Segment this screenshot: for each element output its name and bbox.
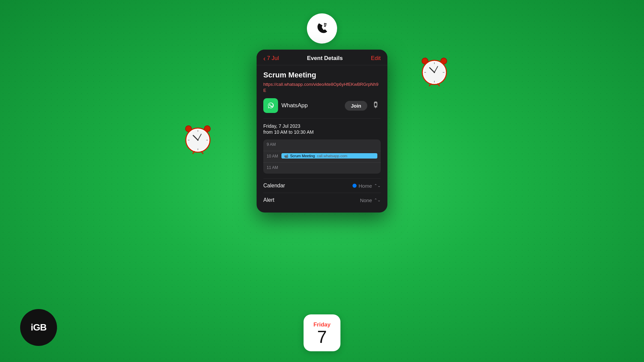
alert-row[interactable]: Alert None ⌃⌄ xyxy=(263,193,381,207)
phone-card: ‹ 7 Jul Event Details Edit Scrum Meeting… xyxy=(257,50,387,213)
calendar-label: Calendar xyxy=(263,183,285,189)
event-url[interactable]: https://call.whatsapp.com/video/kte8Op6y… xyxy=(263,81,381,94)
alarm-clock-top-right xyxy=(418,53,451,86)
event-block-title: Scrum Meeting xyxy=(290,154,315,158)
timeline-row-10am: 10 AM 📹 Scrum Meeting call.whatsapp.com xyxy=(263,151,381,162)
event-title: Scrum Meeting xyxy=(263,71,381,79)
alert-label: Alert xyxy=(263,197,274,203)
timeline-row-11am: 11 AM xyxy=(263,162,381,174)
calendar-row[interactable]: Calendar Home ⌃⌄ xyxy=(263,178,381,193)
time-label-11am: 11 AM xyxy=(267,165,281,170)
event-time: from 10 AM to 10:30 AM xyxy=(263,129,381,135)
calendar-color-dot xyxy=(353,184,357,188)
card-header: ‹ 7 Jul Event Details Edit xyxy=(257,50,387,65)
phone-call-icon xyxy=(314,21,330,36)
header-title: Event Details xyxy=(307,55,343,62)
timeline-section: 9 AM 10 AM 📹 Scrum Meeting call.whatsapp… xyxy=(263,139,381,174)
video-icon: 📹 xyxy=(284,154,288,158)
edit-button[interactable]: Edit xyxy=(371,55,381,62)
scrum-meeting-event-block[interactable]: 📹 Scrum Meeting call.whatsapp.com xyxy=(281,153,377,159)
back-button[interactable]: ‹ 7 Jul xyxy=(263,55,279,62)
calendar-home-label: Home xyxy=(359,183,372,189)
svg-line-12 xyxy=(438,84,439,86)
alarm-clock-mid-left xyxy=(181,121,215,154)
join-button[interactable]: Join xyxy=(345,101,367,111)
calendar-value: Home ⌃⌄ xyxy=(353,183,381,189)
svg-line-24 xyxy=(193,152,195,154)
share-button[interactable] xyxy=(371,101,381,110)
calendar-widget: Friday 7 xyxy=(304,314,340,351)
calendar-chevron-icon: ⌃⌄ xyxy=(374,183,381,188)
event-datetime: Friday, 7 Jul 2023 from 10 AM to 10:30 A… xyxy=(263,118,381,135)
back-date-label: 7 Jul xyxy=(267,55,279,62)
svg-point-26 xyxy=(266,101,275,110)
alert-value: None ⌃⌄ xyxy=(360,197,381,203)
alert-chevron-icon: ⌃⌄ xyxy=(374,198,381,202)
whatsapp-app-icon xyxy=(263,98,278,113)
event-date: Friday, 7 Jul 2023 xyxy=(263,123,381,129)
time-label-9am: 9 AM xyxy=(267,141,281,147)
svg-line-11 xyxy=(429,84,431,86)
time-label-10am: 10 AM xyxy=(267,153,281,159)
whatsapp-phone-icon-circle xyxy=(307,13,337,44)
whatsapp-app-name: WhatsApp xyxy=(281,102,341,109)
calendar-day-number: 7 xyxy=(317,328,327,346)
event-block-url: call.whatsapp.com xyxy=(317,154,347,158)
alert-none-label: None xyxy=(360,197,372,203)
card-body: Scrum Meeting https://call.whatsapp.com/… xyxy=(257,65,387,213)
timeline-row-9am: 9 AM xyxy=(263,139,381,151)
back-chevron-icon: ‹ xyxy=(263,55,266,62)
whatsapp-row: WhatsApp Join xyxy=(263,98,381,113)
svg-line-25 xyxy=(201,152,203,154)
timeline-content-10am: 📹 Scrum Meeting call.whatsapp.com xyxy=(281,153,377,159)
igb-logo: iGB xyxy=(20,309,57,346)
